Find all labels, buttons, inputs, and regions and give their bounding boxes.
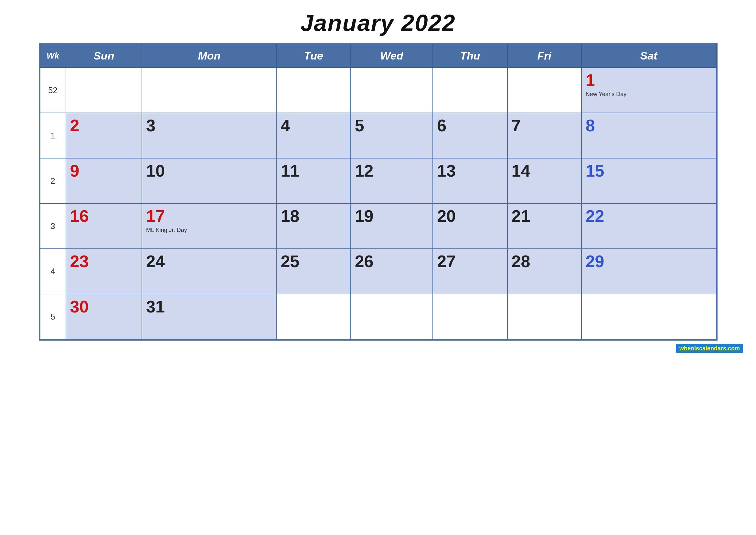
calendar-cell: 23 [66, 249, 142, 294]
holiday-label: ML King Jr. Day [146, 227, 272, 234]
calendar-cell: 21 [507, 204, 581, 249]
week-number: 52 [40, 68, 66, 113]
calendar-cell: 3 [142, 113, 276, 158]
header-sun: Sun [66, 44, 142, 68]
calendar-row: 31617ML King Jr. Day1819202122 [40, 204, 716, 249]
week-number: 3 [40, 204, 66, 249]
calendar-row: 423242526272829 [40, 249, 716, 294]
calendar-cell: 29 [581, 249, 716, 294]
calendar-cell [66, 68, 142, 113]
calendar-header: Wk Sun Mon Tue Wed Thu Fri Sat [40, 44, 716, 68]
calendar-cell [277, 294, 351, 339]
day-number: 5 [355, 116, 429, 135]
day-number: 3 [146, 116, 272, 135]
calendar-cell: 10 [142, 158, 276, 204]
day-number: 18 [281, 207, 346, 225]
calendar-cell [351, 294, 433, 339]
calendar-cell: 9 [66, 158, 142, 204]
day-number: 1 [586, 71, 712, 90]
calendar-cell: 26 [351, 249, 433, 294]
calendar-cell: 16 [66, 204, 142, 249]
day-number: 30 [70, 297, 138, 316]
day-number: 26 [355, 252, 429, 271]
calendar-cell: 11 [277, 158, 351, 204]
calendar-row: 29101112131415 [40, 158, 716, 204]
calendar-cell: 31 [142, 294, 276, 339]
day-number: 11 [281, 162, 346, 180]
calendar-cell [277, 68, 351, 113]
calendar-cell: 30 [66, 294, 142, 339]
calendar-cell: 17ML King Jr. Day [142, 204, 276, 249]
calendar-row: 53031 [40, 294, 716, 339]
day-number: 22 [586, 207, 712, 225]
day-number: 7 [512, 116, 577, 135]
calendar-cell: 7 [507, 113, 581, 158]
calendar-cell: 1New Year's Day [581, 68, 716, 113]
day-number: 10 [146, 162, 272, 180]
calendar-cell: 19 [351, 204, 433, 249]
day-number: 20 [437, 207, 503, 225]
week-number: 5 [40, 294, 66, 339]
day-number: 25 [281, 252, 346, 271]
calendar-cell [142, 68, 276, 113]
day-number: 21 [512, 207, 577, 225]
calendar-cell: 14 [507, 158, 581, 204]
week-number: 1 [40, 113, 66, 158]
day-number: 19 [355, 207, 429, 225]
calendar-cell: 22 [581, 204, 716, 249]
header-wk: Wk [40, 44, 66, 68]
calendar-cell [433, 294, 507, 339]
calendar-cell: 27 [433, 249, 507, 294]
day-number: 24 [146, 252, 272, 271]
calendar-cell: 25 [277, 249, 351, 294]
week-number: 4 [40, 249, 66, 294]
calendar-cell: 13 [433, 158, 507, 204]
week-number: 2 [40, 158, 66, 204]
calendar-cell: 15 [581, 158, 716, 204]
watermark: wheniscalendars.com [676, 345, 743, 352]
header-mon: Mon [142, 44, 276, 68]
day-number: 8 [586, 116, 712, 135]
day-number: 14 [512, 162, 577, 180]
watermark-link[interactable]: wheniscalendars.com [676, 344, 743, 353]
day-number: 17 [146, 207, 272, 225]
day-number: 13 [437, 162, 503, 180]
calendar-cell [507, 294, 581, 339]
calendar-row: 521New Year's Day [40, 68, 716, 113]
calendar-row: 12345678 [40, 113, 716, 158]
calendar-cell: 12 [351, 158, 433, 204]
day-number: 6 [437, 116, 503, 135]
calendar-body: 521New Year's Day12345678291011121314153… [40, 68, 716, 339]
day-number: 9 [70, 162, 138, 180]
day-number: 29 [586, 252, 712, 271]
header-fri: Fri [507, 44, 581, 68]
day-number: 31 [146, 297, 272, 316]
calendar-cell: 28 [507, 249, 581, 294]
calendar-cell: 2 [66, 113, 142, 158]
calendar-cell [507, 68, 581, 113]
calendar-cell [351, 68, 433, 113]
holiday-label: New Year's Day [586, 91, 712, 98]
calendar-cell: 24 [142, 249, 276, 294]
header-wed: Wed [351, 44, 433, 68]
calendar-cell [433, 68, 507, 113]
day-number: 23 [70, 252, 138, 271]
day-number: 16 [70, 207, 138, 225]
page-title: January 2022 [300, 10, 455, 36]
day-number: 12 [355, 162, 429, 180]
calendar-cell: 18 [277, 204, 351, 249]
day-number: 28 [512, 252, 577, 271]
day-number: 27 [437, 252, 503, 271]
calendar: Wk Sun Mon Tue Wed Thu Fri Sat 521New Ye… [39, 43, 717, 341]
calendar-cell: 8 [581, 113, 716, 158]
header-sat: Sat [581, 44, 716, 68]
day-number: 4 [281, 116, 346, 135]
header-tue: Tue [277, 44, 351, 68]
calendar-cell [581, 294, 716, 339]
calendar-cell: 5 [351, 113, 433, 158]
calendar-cell: 6 [433, 113, 507, 158]
calendar-cell: 4 [277, 113, 351, 158]
calendar-cell: 20 [433, 204, 507, 249]
day-number: 15 [586, 162, 712, 180]
header-thu: Thu [433, 44, 507, 68]
